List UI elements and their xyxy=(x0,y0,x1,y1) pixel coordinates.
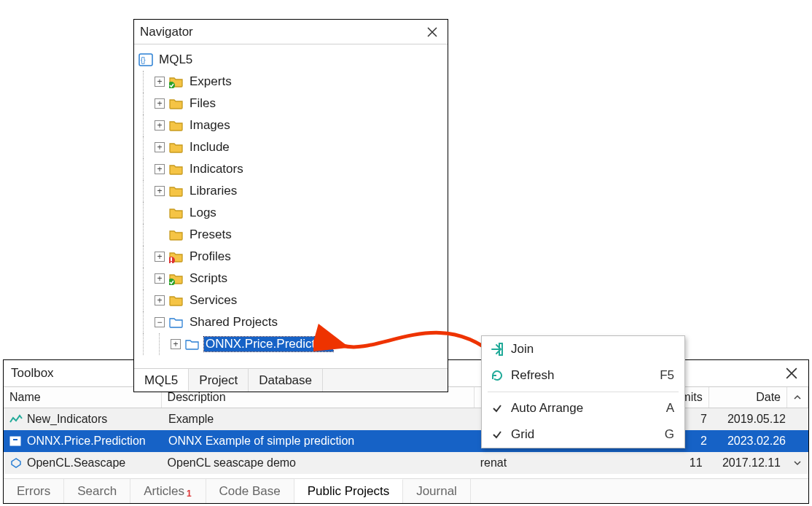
table-row[interactable]: ONNX.Price.Prediction ONNX Example of si… xyxy=(4,430,808,452)
collapse-icon[interactable]: − xyxy=(155,317,165,327)
script-icon xyxy=(9,456,23,470)
close-icon[interactable] xyxy=(782,364,801,383)
tree-item-shared projects[interactable]: − Shared Projects xyxy=(138,311,443,333)
svg-text:{}: {} xyxy=(141,56,146,64)
folder-icon xyxy=(169,75,184,88)
folder-icon xyxy=(169,228,184,241)
tree-label: Indicators xyxy=(188,162,245,176)
toolbox-tabs: ErrorsSearchArticles1Code BasePublic Pro… xyxy=(4,478,808,503)
row-desc: OpenCL seascape demo xyxy=(162,452,475,474)
tree-label: Files xyxy=(188,96,217,111)
scrollbar[interactable] xyxy=(792,408,808,430)
ctx-refresh-label: Refresh xyxy=(511,368,660,383)
check-icon xyxy=(489,403,505,413)
tree-root[interactable]: {}MQL5 xyxy=(138,49,443,71)
row-user: renat xyxy=(475,452,637,474)
col-date[interactable]: Date xyxy=(709,387,787,408)
tree-item-experts[interactable]: + Experts xyxy=(138,71,443,93)
svg-rect-5 xyxy=(171,262,172,263)
tree-item-images[interactable]: + Images xyxy=(138,114,443,136)
tree-label: Services xyxy=(188,293,238,308)
folder-icon xyxy=(169,316,184,329)
ctx-grid[interactable]: Grid G xyxy=(482,421,684,448)
tree-label: ONNX.Price.Prediction xyxy=(204,337,333,351)
tb-tab-code base[interactable]: Code Base xyxy=(206,479,294,503)
expand-icon xyxy=(155,230,165,240)
tree-item-services[interactable]: + Services xyxy=(138,289,443,311)
tree-label: Include xyxy=(188,140,231,155)
scrollbar[interactable] xyxy=(792,430,808,452)
ctx-auto-arrange[interactable]: Auto Arrange A xyxy=(482,395,684,421)
scroll-down-icon[interactable] xyxy=(787,452,808,474)
folder-icon xyxy=(169,184,184,198)
tree-item-libraries[interactable]: + Libraries xyxy=(138,180,443,202)
ctx-join[interactable]: Join xyxy=(482,336,684,362)
navigator-title: Navigator xyxy=(140,25,423,39)
svg-rect-8 xyxy=(10,437,20,445)
ctx-grid-shortcut: G xyxy=(665,427,674,442)
tree-item-presets[interactable]: Presets xyxy=(138,224,443,246)
expand-icon[interactable]: + xyxy=(171,339,181,349)
expand-icon[interactable]: + xyxy=(155,120,165,131)
folder-icon xyxy=(169,163,184,176)
tree-item-shared-child[interactable]: + ONNX.Price.Prediction xyxy=(138,333,443,355)
nav-tab-database[interactable]: Database xyxy=(249,369,323,392)
tb-tab-articles[interactable]: Articles1 xyxy=(130,479,206,503)
table-row[interactable]: OpenCL.Seascape OpenCL seascape demo ren… xyxy=(4,452,808,474)
expand-icon[interactable]: + xyxy=(155,77,165,87)
ctx-auto-label: Auto Arrange xyxy=(511,401,666,416)
tree-item-include[interactable]: + Include xyxy=(138,136,443,158)
folder-icon xyxy=(169,206,184,219)
tree-item-logs[interactable]: Logs xyxy=(138,202,443,224)
nav-tab-mql5[interactable]: MQL5 xyxy=(134,369,189,392)
tb-tab-journal[interactable]: Journal xyxy=(403,479,471,503)
tree-label: Shared Projects xyxy=(188,315,279,330)
expand-icon[interactable]: + xyxy=(155,295,165,305)
tree-label: Profiles xyxy=(188,249,233,264)
svg-rect-4 xyxy=(171,257,172,261)
tree-label: Scripts xyxy=(188,271,229,286)
tb-tab-public projects[interactable]: Public Projects xyxy=(294,479,403,503)
folder-icon xyxy=(185,338,200,351)
tree-label: Libraries xyxy=(188,184,238,198)
expand-icon[interactable]: + xyxy=(155,186,165,196)
ctx-join-label: Join xyxy=(511,342,674,357)
scroll-up-icon[interactable] xyxy=(787,387,808,408)
expand-icon[interactable]: + xyxy=(155,142,165,152)
tree-item-indicators[interactable]: + Indicators xyxy=(138,158,443,180)
folder-icon xyxy=(169,119,184,132)
folder-icon xyxy=(169,97,184,110)
navigator-tree[interactable]: {}MQL5 + Experts + Files + Images + Incl… xyxy=(134,44,448,367)
row-name: New_Indicators xyxy=(27,413,107,426)
navigator-panel: Navigator {}MQL5 + Experts + Files + Ima… xyxy=(133,19,448,392)
expand-icon[interactable]: + xyxy=(155,164,165,174)
tree-label: MQL5 xyxy=(157,52,194,67)
badge-count: 1 xyxy=(187,489,192,499)
ctx-refresh[interactable]: Refresh F5 xyxy=(482,362,684,389)
tree-label: Logs xyxy=(188,206,218,220)
tree-label: Images xyxy=(188,118,232,133)
expand-icon xyxy=(155,208,165,218)
tb-tab-search[interactable]: Search xyxy=(64,479,130,503)
refresh-icon xyxy=(489,369,505,382)
toolbox-rows: New_Indicators Example 7 2019.05.12 ONNX… xyxy=(4,408,808,474)
tree-item-files[interactable]: + Files xyxy=(138,93,443,114)
ctx-grid-label: Grid xyxy=(511,427,665,442)
folder-icon xyxy=(169,141,184,154)
tree-label: Presets xyxy=(188,227,233,242)
row-mits: 11 xyxy=(636,452,708,474)
row-name: ONNX.Price.Prediction xyxy=(27,435,146,448)
expand-icon[interactable]: + xyxy=(155,98,165,109)
navigator-titlebar[interactable]: Navigator xyxy=(134,20,448,44)
check-icon xyxy=(489,429,505,440)
row-name: OpenCL.Seascape xyxy=(27,456,125,470)
expand-icon[interactable]: + xyxy=(155,273,165,284)
row-desc: Example xyxy=(163,408,477,430)
table-row[interactable]: New_Indicators Example 7 2019.05.12 xyxy=(4,408,808,430)
tree-item-profiles[interactable]: + Profiles xyxy=(138,246,443,268)
expand-icon[interactable]: + xyxy=(155,252,165,262)
close-icon[interactable] xyxy=(423,23,442,42)
nav-tab-project[interactable]: Project xyxy=(189,369,249,392)
tree-item-scripts[interactable]: + Scripts xyxy=(138,268,443,289)
tb-tab-errors[interactable]: Errors xyxy=(4,479,64,503)
